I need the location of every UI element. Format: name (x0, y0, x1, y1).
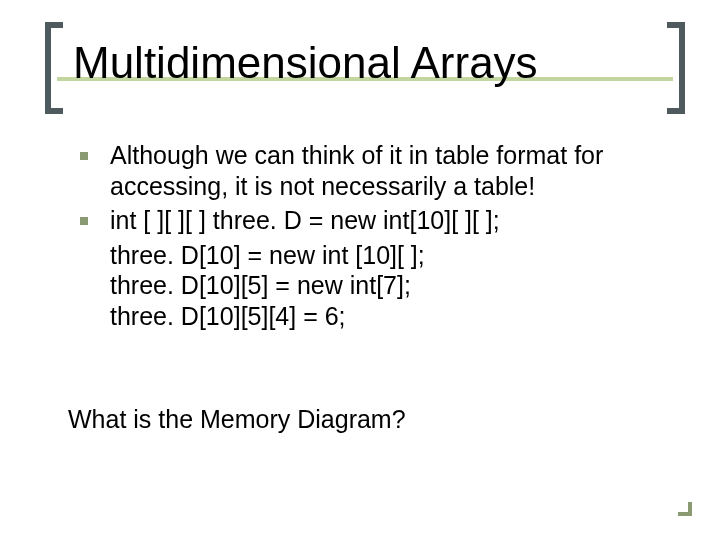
corner-accent-icon (678, 502, 692, 516)
bullet-subline: three. D[10][5][4] = 6; (110, 301, 650, 332)
bullet-text: Although we can think of it in table for… (110, 140, 650, 201)
bracket-right-icon (667, 22, 685, 114)
bullet-subline: three. D[10][5] = new int[7]; (110, 270, 650, 301)
slide: Multidimensional Arrays Although we can … (0, 0, 720, 540)
bullet-item: Although we can think of it in table for… (80, 140, 650, 201)
bullet-icon (80, 152, 88, 160)
bullet-item: int [ ][ ][ ] three. D = new int[10][ ][… (80, 205, 650, 236)
bullet-subline: three. D[10] = new int [10][ ]; (110, 240, 650, 271)
footer-question: What is the Memory Diagram? (68, 405, 406, 434)
bullet-icon (80, 217, 88, 225)
bracket-left-icon (45, 22, 63, 114)
slide-body: Although we can think of it in table for… (80, 140, 650, 331)
title-area: Multidimensional Arrays (45, 22, 685, 112)
slide-title: Multidimensional Arrays (73, 40, 538, 86)
bullet-text: int [ ][ ][ ] three. D = new int[10][ ][… (110, 205, 650, 236)
